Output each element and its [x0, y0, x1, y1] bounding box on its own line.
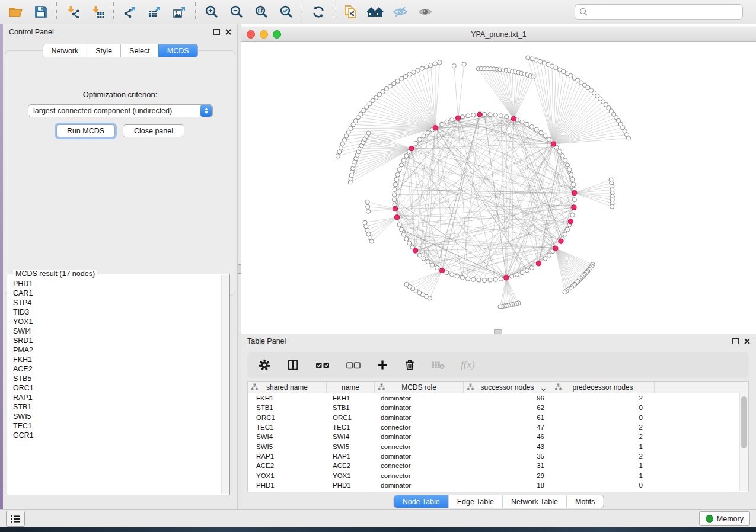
close-panel-icon[interactable] [744, 338, 750, 344]
network-hub-node[interactable] [553, 246, 558, 251]
open-file-icon[interactable] [4, 2, 28, 21]
export-table-icon[interactable] [142, 2, 167, 21]
network-edge[interactable] [356, 149, 412, 159]
network-node[interactable] [505, 115, 509, 119]
network-hub-node[interactable] [572, 205, 576, 210]
network-node[interactable] [450, 118, 454, 122]
search-field[interactable] [575, 4, 743, 20]
network-edge[interactable] [395, 209, 457, 277]
column-header-MCDS-role[interactable]: MCDS role [375, 382, 464, 393]
network-edge[interactable] [390, 86, 435, 128]
network-node[interactable] [570, 177, 575, 181]
network-node[interactable] [572, 182, 576, 187]
network-node[interactable] [466, 277, 470, 281]
network-edge[interactable] [481, 69, 514, 119]
network-node[interactable] [430, 263, 435, 267]
network-node[interactable] [466, 114, 470, 118]
zoom-out-icon[interactable] [224, 2, 249, 21]
network-edge[interactable] [500, 69, 513, 118]
network-node[interactable] [337, 150, 342, 154]
network-hub-node[interactable] [409, 146, 414, 151]
result-node-item[interactable]: TID3 [13, 307, 221, 317]
network-node[interactable] [417, 137, 422, 142]
network-edge[interactable] [416, 271, 442, 291]
network-node[interactable] [565, 227, 569, 232]
network-node[interactable] [543, 257, 547, 261]
network-hub-node[interactable] [559, 239, 563, 243]
network-edge[interactable] [494, 69, 514, 119]
network-node[interactable] [462, 62, 466, 66]
network-edge[interactable] [575, 193, 613, 197]
network-edge[interactable] [575, 187, 612, 193]
result-scrollbar[interactable] [221, 275, 229, 494]
network-node[interactable] [499, 114, 503, 118]
network-edge[interactable] [553, 131, 624, 144]
network-edge[interactable] [514, 76, 531, 119]
network-node[interactable] [422, 134, 426, 138]
network-node[interactable] [404, 282, 409, 286]
import-table-icon[interactable] [85, 2, 110, 21]
network-hub-node[interactable] [433, 126, 438, 130]
network-node[interactable] [542, 61, 546, 65]
network-hub-node[interactable] [440, 268, 445, 273]
result-node-item[interactable]: TEC1 [13, 421, 221, 431]
network-node[interactable] [530, 57, 534, 61]
network-node[interactable] [377, 92, 381, 97]
network-node[interactable] [401, 158, 406, 162]
table-row[interactable]: ACE2ACE2connector311 [248, 461, 748, 470]
network-node[interactable] [525, 122, 529, 126]
network-edge[interactable] [575, 180, 611, 193]
result-node-item[interactable]: STB5 [13, 374, 221, 383]
table-row[interactable]: YOX1YOX1connector291 [248, 470, 748, 480]
network-node[interactable] [471, 277, 476, 281]
network-edge[interactable] [506, 278, 515, 305]
network-node[interactable] [567, 168, 572, 172]
result-node-item[interactable]: YOX1 [13, 317, 221, 326]
network-hub-node[interactable] [511, 117, 516, 121]
network-edge[interactable] [491, 69, 514, 118]
result-node-item[interactable]: RAP1 [13, 393, 221, 402]
network-hub-node[interactable] [394, 215, 399, 220]
close-panel-button[interactable]: Close panel [123, 124, 184, 137]
refresh-layout-icon[interactable] [306, 2, 331, 21]
tab-mcds[interactable]: MCDS [158, 44, 197, 57]
horizontal-splitter-handle[interactable] [494, 329, 502, 334]
network-node[interactable] [482, 278, 486, 282]
network-node[interactable] [366, 209, 371, 213]
network-graph[interactable] [241, 42, 756, 334]
network-node[interactable] [452, 64, 456, 68]
column-header-predecessor-nodes[interactable]: predecessor nodes [551, 382, 655, 393]
network-node[interactable] [529, 124, 534, 129]
network-node[interactable] [365, 200, 369, 204]
tab-select[interactable]: Select [120, 44, 158, 57]
close-panel-icon[interactable] [225, 29, 231, 35]
network-edge[interactable] [435, 62, 439, 127]
result-node-item[interactable]: SWI5 [13, 412, 221, 421]
network-node[interactable] [563, 158, 567, 162]
network-node[interactable] [482, 112, 486, 116]
network-edge[interactable] [514, 77, 534, 119]
network-hub-node[interactable] [477, 112, 482, 117]
network-edge[interactable] [404, 161, 506, 278]
deselect-all-icon[interactable] [346, 360, 361, 370]
network-hub-node[interactable] [572, 191, 577, 196]
select-all-icon[interactable] [315, 360, 330, 370]
network-node[interactable] [493, 277, 497, 281]
export-image-icon[interactable] [167, 2, 192, 21]
network-node[interactable] [397, 223, 401, 227]
network-node[interactable] [557, 149, 562, 153]
network-node[interactable] [395, 172, 400, 177]
network-node[interactable] [407, 241, 412, 245]
network-node[interactable] [395, 79, 400, 83]
zoom-in-icon[interactable] [199, 2, 224, 21]
network-hub-node[interactable] [456, 116, 461, 120]
network-node[interactable] [440, 122, 444, 126]
network-node[interactable] [412, 70, 416, 74]
network-edge[interactable] [575, 193, 613, 203]
network-node[interactable] [560, 153, 564, 158]
network-node[interactable] [460, 275, 464, 280]
network-hub-node[interactable] [393, 206, 397, 211]
add-column-icon[interactable] [377, 359, 388, 371]
network-hub-node[interactable] [568, 219, 573, 224]
network-node[interactable] [363, 220, 367, 225]
